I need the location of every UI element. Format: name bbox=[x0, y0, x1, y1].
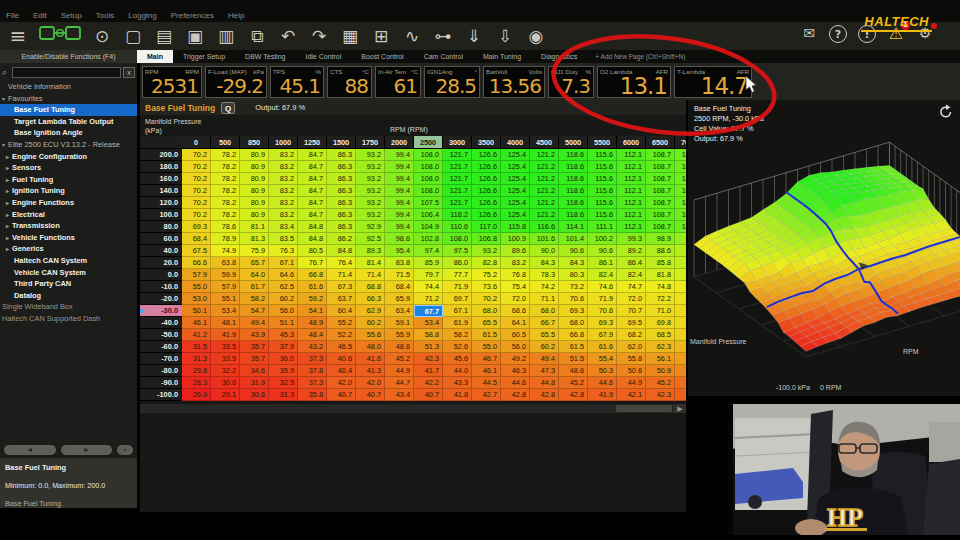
table-cell[interactable]: 46.5 bbox=[327, 341, 356, 353]
column-header-7000[interactable]: 7000 bbox=[675, 136, 686, 149]
column-header-5500[interactable]: 5500 bbox=[588, 136, 617, 149]
table-cell[interactable]: 90.6 bbox=[588, 245, 617, 257]
sidebar-item-datalog[interactable]: Datalog bbox=[0, 290, 137, 302]
sidebar-item-sensors[interactable]: ▸Sensors bbox=[0, 162, 137, 174]
messages-icon[interactable]: ✉ bbox=[800, 25, 818, 43]
table-cell[interactable]: 86.3 bbox=[327, 185, 356, 197]
table-cell[interactable]: 108.0 bbox=[414, 173, 443, 185]
table-cell[interactable]: 95.4 bbox=[385, 245, 414, 257]
sidebar-item-vehicle-can-system[interactable]: Vehicle CAN System bbox=[0, 267, 137, 279]
table-cell[interactable]: 42.8 bbox=[501, 389, 530, 401]
table-cell[interactable]: 58.2 bbox=[443, 329, 472, 341]
table-cell[interactable]: 69.3 bbox=[588, 317, 617, 329]
table-cell[interactable]: 70.2 bbox=[472, 293, 501, 305]
table-cell[interactable]: 66.8 bbox=[559, 329, 588, 341]
table-cell[interactable]: 125.4 bbox=[501, 173, 530, 185]
table-cell[interactable]: 43.3 bbox=[443, 377, 472, 389]
table-cell[interactable]: 80.5 bbox=[298, 245, 327, 257]
table-cell[interactable]: 70.2 bbox=[182, 209, 211, 221]
table-cell[interactable]: 86.3 bbox=[327, 161, 356, 173]
table-cell[interactable]: 78.2 bbox=[211, 173, 240, 185]
gauge-battvolt[interactable]: BattVoltVolts13.56 bbox=[483, 66, 545, 98]
tab-dbw-testing[interactable]: DBW Testing bbox=[235, 50, 295, 63]
table-cell[interactable]: 41.8 bbox=[443, 389, 472, 401]
sidebar-item-transmission[interactable]: ▸Transmission bbox=[0, 220, 137, 232]
table-cell[interactable]: 66.8 bbox=[298, 269, 327, 281]
table-cell[interactable]: 69.3 bbox=[559, 305, 588, 317]
table-cell[interactable]: 76.7 bbox=[298, 257, 327, 269]
table-cell[interactable]: 108.7 bbox=[646, 185, 675, 197]
table-cell[interactable]: 102.8 bbox=[414, 233, 443, 245]
search-input[interactable] bbox=[12, 67, 121, 78]
quick-search-button[interactable]: Q bbox=[221, 102, 235, 114]
table-cell[interactable]: 68.0 bbox=[472, 305, 501, 317]
table-cell[interactable]: 68.8 bbox=[675, 329, 686, 341]
table-cell[interactable]: 69.5 bbox=[617, 317, 646, 329]
table-cell[interactable]: 104.9 bbox=[414, 221, 443, 233]
table-cell[interactable]: 46.7 bbox=[472, 353, 501, 365]
table-cell[interactable]: 65.7 bbox=[240, 257, 269, 269]
sidebar-item-vehicle-information[interactable]: Vehicle Information bbox=[0, 81, 137, 93]
row-header-160.0[interactable]: 160.0 bbox=[140, 173, 182, 185]
table-cell[interactable]: 99.4 bbox=[385, 221, 414, 233]
table-cell[interactable]: 70.2 bbox=[182, 173, 211, 185]
table-cell[interactable]: 72.0 bbox=[501, 293, 530, 305]
table-cell[interactable]: 45.6 bbox=[443, 353, 472, 365]
table-cell[interactable]: 80.9 bbox=[240, 149, 269, 161]
table-cell[interactable]: 121.7 bbox=[443, 149, 472, 161]
sidebar-item-engine-functions[interactable]: ▸Engine Functions bbox=[0, 197, 137, 209]
table-cell[interactable]: 70.7 bbox=[617, 305, 646, 317]
table-cell[interactable]: 62.0 bbox=[617, 341, 646, 353]
sidebar-item-target-lambda-table-output[interactable]: Target Lambda Table Output bbox=[0, 116, 137, 128]
gauge-tps[interactable]: TPS%45.1 bbox=[270, 66, 324, 98]
table-cell[interactable]: 56.1 bbox=[646, 353, 675, 365]
table-cell[interactable]: 47.3 bbox=[530, 365, 559, 377]
table-cell[interactable]: 86.3 bbox=[327, 173, 356, 185]
table-cell[interactable]: 55.6 bbox=[356, 329, 385, 341]
table-cell[interactable]: 81.4 bbox=[356, 257, 385, 269]
table-cell[interactable]: 74.9 bbox=[211, 245, 240, 257]
table-cell[interactable]: 114.1 bbox=[559, 221, 588, 233]
table-cell[interactable]: 48.6 bbox=[385, 341, 414, 353]
table-cell[interactable]: 104.2 bbox=[675, 173, 686, 185]
edit-tables-icon[interactable]: ▦ bbox=[340, 26, 360, 46]
table-cell[interactable]: 111.1 bbox=[588, 221, 617, 233]
table-cell[interactable]: 44.9 bbox=[617, 377, 646, 389]
connect-ecu-icon[interactable] bbox=[39, 23, 81, 49]
table-cell[interactable]: 121.2 bbox=[530, 197, 559, 209]
sidebar-item-haltech-can-supported-dash[interactable]: Haltech CAN Supported Dash bbox=[0, 313, 137, 325]
table-cell[interactable]: 61.6 bbox=[588, 341, 617, 353]
table-cell[interactable]: 115.8 bbox=[501, 221, 530, 233]
table-cell[interactable]: 118.6 bbox=[559, 173, 588, 185]
table-cell[interactable]: 33.5 bbox=[211, 341, 240, 353]
table-cell[interactable]: 93.2 bbox=[356, 149, 385, 161]
table-cell[interactable]: 35.9 bbox=[269, 365, 298, 377]
fuel-table[interactable]: 0500850100012501500175020002500300035004… bbox=[140, 136, 686, 401]
table-cell[interactable]: 101.4 bbox=[559, 233, 588, 245]
table-cell[interactable]: 125.4 bbox=[501, 161, 530, 173]
table-cell[interactable]: 32.2 bbox=[211, 365, 240, 377]
data-log-icon[interactable]: ∿ bbox=[402, 26, 422, 46]
table-cell[interactable]: 68.4 bbox=[182, 233, 211, 245]
scrollbar-right-arrow[interactable]: ▶ bbox=[674, 404, 686, 413]
gauge-rpm[interactable]: RPMRPM2531 bbox=[142, 66, 202, 98]
column-header-1000[interactable]: 1000 bbox=[269, 136, 298, 149]
table-cell[interactable]: 68.0 bbox=[530, 305, 559, 317]
row-header--30.0[interactable]: -30.0 bbox=[140, 305, 182, 317]
table-cell[interactable]: 121.2 bbox=[530, 173, 559, 185]
table-cell[interactable]: 89.6 bbox=[501, 245, 530, 257]
table-cell[interactable]: 42.8 bbox=[530, 389, 559, 401]
table-cell[interactable]: 83.2 bbox=[269, 161, 298, 173]
table-cell[interactable]: 85.1 bbox=[675, 257, 686, 269]
row-header-200.0[interactable]: 200.0 bbox=[140, 149, 182, 161]
table-cell[interactable]: 60.5 bbox=[501, 329, 530, 341]
table-cell[interactable]: 86.3 bbox=[327, 209, 356, 221]
table-cell[interactable]: 44.6 bbox=[501, 377, 530, 389]
table-cell[interactable]: 41.9 bbox=[588, 389, 617, 401]
table-cell[interactable]: 55.1 bbox=[211, 293, 240, 305]
table-cell[interactable]: 115.6 bbox=[588, 209, 617, 221]
table-cell[interactable]: 41.9 bbox=[211, 329, 240, 341]
table-cell[interactable]: 108.0 bbox=[443, 233, 472, 245]
table-cell[interactable]: 67.9 bbox=[588, 329, 617, 341]
table-cell[interactable]: 104.2 bbox=[675, 209, 686, 221]
